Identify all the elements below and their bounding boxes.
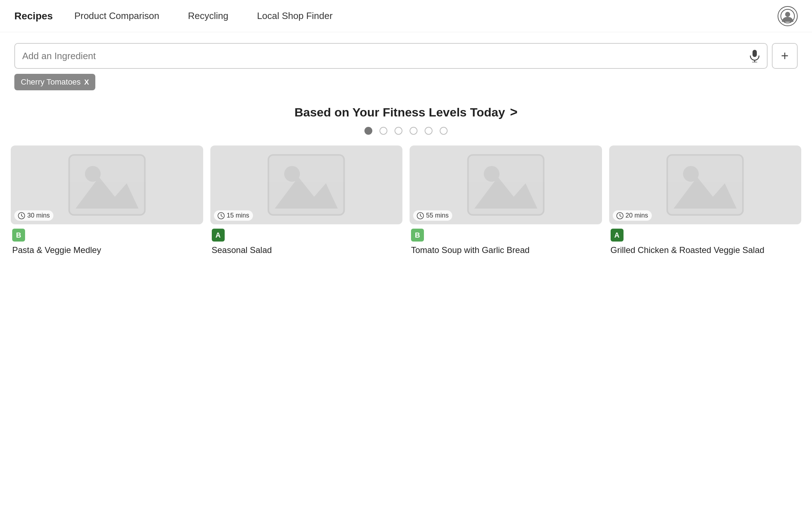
card-body-grilled-chicken: A Grilled Chicken & Roasted Veggie Salad [609,224,802,256]
card-image-pasta-veggie: 30 mins [11,145,203,224]
dot-3[interactable] [395,127,402,135]
recipe-card-grilled-chicken[interactable]: 20 mins A Grilled Chicken & Roasted Vegg… [609,145,802,256]
grade-badge-seasonal-salad: A [212,229,225,242]
placeholder-image [628,153,782,216]
tag-close-button[interactable]: X [84,78,89,86]
tag-cherry-tomatoes[interactable]: Cherry Tomatoes X [14,74,95,90]
recipe-cards-row: 30 mins B Pasta & Veggie Medley [0,145,812,256]
dot-2[interactable] [379,127,387,135]
recipe-card-tomato-soup[interactable]: 55 mins B Tomato Soup with Garlic Bread [410,145,602,256]
card-title-seasonal-salad: Seasonal Salad [212,244,401,256]
nav-logo[interactable]: Recipes [14,10,53,22]
grade-badge-pasta-veggie: B [12,229,25,242]
card-body-pasta-veggie: B Pasta & Veggie Medley [11,224,203,256]
navigation: Recipes Product Comparison Recycling Loc… [0,0,812,32]
mic-button[interactable] [750,49,760,62]
search-row: + [14,43,798,69]
dot-6[interactable] [440,127,448,135]
clock-icon [218,212,225,219]
carousel-dots [0,123,812,145]
clock-icon [417,212,424,219]
card-image-tomato-soup: 55 mins [410,145,602,224]
svg-line-22 [420,216,422,217]
tag-label: Cherry Tomatoes [21,77,81,87]
card-time-pasta-veggie: 30 mins [14,210,53,221]
time-label: 30 mins [27,212,50,219]
card-title-grilled-chicken: Grilled Chicken & Roasted Veggie Salad [611,244,800,256]
recipe-card-seasonal-salad[interactable]: 15 mins A Seasonal Salad [210,145,403,256]
recipe-card-pasta-veggie[interactable]: 30 mins B Pasta & Veggie Medley [11,145,203,256]
clock-icon [18,212,25,219]
card-image-seasonal-salad: 15 mins [210,145,403,224]
user-avatar[interactable] [778,6,798,26]
svg-line-16 [221,216,223,217]
section-chevron: > [510,105,517,120]
dot-5[interactable] [425,127,433,135]
time-label: 55 mins [426,212,449,219]
card-title-pasta-veggie: Pasta & Veggie Medley [12,244,202,256]
card-time-grilled-chicken: 20 mins [613,210,652,221]
card-title-tomato-soup: Tomato Soup with Garlic Bread [411,244,601,256]
svg-line-28 [620,216,621,217]
search-input-wrapper[interactable] [14,43,768,69]
tags-row: Cherry Tomatoes X [14,74,798,90]
nav-links: Product Comparison Recycling Local Shop … [74,10,778,22]
nav-link-product-comparison[interactable]: Product Comparison [74,10,159,22]
card-body-seasonal-salad: A Seasonal Salad [210,224,403,256]
clock-icon [616,212,624,219]
grade-badge-grilled-chicken: A [611,229,624,242]
mic-icon [750,49,760,62]
placeholder-image [30,153,184,216]
fitness-heading: Based on Your Fitness Levels Today [295,105,505,119]
search-input[interactable] [22,51,750,62]
svg-rect-2 [753,50,757,57]
card-body-tomato-soup: B Tomato Soup with Garlic Bread [410,224,602,256]
svg-line-10 [22,216,23,217]
search-area: + Cherry Tomatoes X [0,32,812,94]
card-image-grilled-chicken: 20 mins [609,145,802,224]
card-time-tomato-soup: 55 mins [413,210,452,221]
dot-1[interactable] [364,127,372,135]
nav-link-recycling[interactable]: Recycling [188,10,228,22]
placeholder-image [229,153,383,216]
nav-link-local-shop-finder[interactable]: Local Shop Finder [257,10,333,22]
svg-point-1 [785,12,790,17]
time-label: 20 mins [626,212,648,219]
add-ingredient-button[interactable]: + [772,43,798,69]
fitness-section-header[interactable]: Based on Your Fitness Levels Today > [0,94,812,123]
grade-badge-tomato-soup: B [411,229,424,242]
card-time-seasonal-salad: 15 mins [214,210,253,221]
placeholder-image [429,153,583,216]
dot-4[interactable] [410,127,417,135]
time-label: 15 mins [227,212,249,219]
